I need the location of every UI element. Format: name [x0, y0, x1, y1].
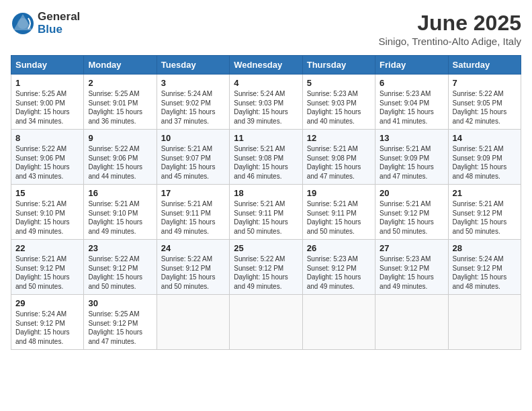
day-info: Sunrise: 5:21 AM Sunset: 9:12 PM Dayligh… [380, 199, 443, 236]
day-number: 19 [307, 188, 371, 198]
day-number: 17 [161, 188, 225, 198]
day-number: 9 [88, 133, 152, 143]
day-info: Sunrise: 5:21 AM Sunset: 9:09 PM Dayligh… [380, 144, 443, 181]
page-header: General Blue June 2025 Sinigo, Trentino-… [11, 11, 521, 47]
day-info: Sunrise: 5:21 AM Sunset: 9:07 PM Dayligh… [161, 144, 225, 181]
day-info: Sunrise: 5:24 AM Sunset: 9:12 PM Dayligh… [15, 310, 79, 346]
calendar-table: Sunday Monday Tuesday Wednesday Thursday… [11, 55, 521, 350]
day-number: 14 [453, 133, 517, 143]
day-info: Sunrise: 5:24 AM Sunset: 9:03 PM Dayligh… [234, 89, 298, 126]
table-row [302, 295, 375, 350]
day-number: 10 [161, 133, 225, 143]
day-info: Sunrise: 5:23 AM Sunset: 9:03 PM Dayligh… [307, 89, 371, 126]
day-number: 2 [88, 78, 152, 88]
day-number: 16 [88, 188, 152, 198]
day-number: 26 [307, 243, 371, 253]
table-row: 7Sunrise: 5:22 AM Sunset: 9:05 PM Daylig… [448, 75, 521, 130]
table-row: 26Sunrise: 5:23 AM Sunset: 9:12 PM Dayli… [302, 240, 375, 295]
day-info: Sunrise: 5:22 AM Sunset: 9:12 PM Dayligh… [161, 255, 225, 291]
table-row: 15Sunrise: 5:21 AM Sunset: 9:10 PM Dayli… [11, 185, 84, 240]
day-info: Sunrise: 5:22 AM Sunset: 9:12 PM Dayligh… [88, 255, 152, 291]
day-info: Sunrise: 5:22 AM Sunset: 9:06 PM Dayligh… [88, 144, 152, 181]
day-info: Sunrise: 5:21 AM Sunset: 9:08 PM Dayligh… [307, 144, 371, 181]
table-row [157, 295, 229, 350]
day-info: Sunrise: 5:21 AM Sunset: 9:11 PM Dayligh… [161, 199, 225, 236]
table-row: 23Sunrise: 5:22 AM Sunset: 9:12 PM Dayli… [84, 240, 157, 295]
day-number: 24 [161, 243, 225, 253]
table-row [230, 295, 302, 350]
table-row: 5Sunrise: 5:23 AM Sunset: 9:03 PM Daylig… [302, 75, 375, 130]
title-area: June 2025 Sinigo, Trentino-Alto Adige, I… [378, 11, 521, 47]
day-info: Sunrise: 5:21 AM Sunset: 9:08 PM Dayligh… [234, 144, 298, 181]
table-row: 8Sunrise: 5:22 AM Sunset: 9:06 PM Daylig… [11, 130, 84, 185]
day-number: 12 [307, 133, 371, 143]
table-row: 24Sunrise: 5:22 AM Sunset: 9:12 PM Dayli… [157, 240, 229, 295]
day-number: 4 [234, 78, 298, 88]
table-row: 28Sunrise: 5:24 AM Sunset: 9:12 PM Dayli… [448, 240, 521, 295]
table-row: 12Sunrise: 5:21 AM Sunset: 9:08 PM Dayli… [302, 130, 375, 185]
day-info: Sunrise: 5:22 AM Sunset: 9:06 PM Dayligh… [15, 144, 79, 181]
table-row: 3Sunrise: 5:24 AM Sunset: 9:02 PM Daylig… [157, 75, 229, 130]
table-row: 16Sunrise: 5:21 AM Sunset: 9:10 PM Dayli… [84, 185, 157, 240]
header-sunday: Sunday [11, 56, 84, 75]
table-row: 21Sunrise: 5:21 AM Sunset: 9:12 PM Dayli… [448, 185, 521, 240]
table-row: 30Sunrise: 5:25 AM Sunset: 9:12 PM Dayli… [84, 295, 157, 350]
day-number: 30 [88, 298, 152, 308]
calendar-week-row: 22Sunrise: 5:21 AM Sunset: 9:12 PM Dayli… [11, 240, 521, 295]
day-info: Sunrise: 5:21 AM Sunset: 9:09 PM Dayligh… [453, 144, 517, 181]
header-thursday: Thursday [302, 56, 375, 75]
table-row: 25Sunrise: 5:22 AM Sunset: 9:12 PM Dayli… [230, 240, 302, 295]
day-info: Sunrise: 5:23 AM Sunset: 9:04 PM Dayligh… [380, 89, 443, 126]
table-row: 9Sunrise: 5:22 AM Sunset: 9:06 PM Daylig… [84, 130, 157, 185]
header-tuesday: Tuesday [157, 56, 229, 75]
header-friday: Friday [375, 56, 448, 75]
day-number: 28 [453, 243, 517, 253]
day-number: 5 [307, 78, 371, 88]
day-number: 20 [380, 188, 443, 198]
table-row: 20Sunrise: 5:21 AM Sunset: 9:12 PM Dayli… [375, 185, 448, 240]
svg-point-2 [17, 18, 28, 29]
logo-general-text: General [38, 11, 80, 24]
calendar-subtitle: Sinigo, Trentino-Alto Adige, Italy [378, 36, 521, 47]
table-row [375, 295, 448, 350]
day-number: 1 [15, 78, 79, 88]
day-number: 25 [234, 243, 298, 253]
day-number: 15 [15, 188, 79, 198]
table-row: 29Sunrise: 5:24 AM Sunset: 9:12 PM Dayli… [11, 295, 84, 350]
day-number: 13 [380, 133, 443, 143]
day-number: 21 [453, 188, 517, 198]
day-info: Sunrise: 5:21 AM Sunset: 9:10 PM Dayligh… [88, 199, 152, 236]
calendar-week-row: 29Sunrise: 5:24 AM Sunset: 9:12 PM Dayli… [11, 295, 521, 350]
table-row [448, 295, 521, 350]
table-row: 4Sunrise: 5:24 AM Sunset: 9:03 PM Daylig… [230, 75, 302, 130]
table-row: 2Sunrise: 5:25 AM Sunset: 9:01 PM Daylig… [84, 75, 157, 130]
logo-blue-text: Blue [38, 24, 80, 36]
day-number: 18 [234, 188, 298, 198]
day-number: 11 [234, 133, 298, 143]
day-info: Sunrise: 5:21 AM Sunset: 9:12 PM Dayligh… [15, 255, 79, 291]
table-row: 1Sunrise: 5:25 AM Sunset: 9:00 PM Daylig… [11, 75, 84, 130]
calendar-week-row: 1Sunrise: 5:25 AM Sunset: 9:00 PM Daylig… [11, 75, 521, 130]
table-row: 14Sunrise: 5:21 AM Sunset: 9:09 PM Dayli… [448, 130, 521, 185]
day-number: 22 [15, 243, 79, 253]
day-number: 3 [161, 78, 225, 88]
day-number: 23 [88, 243, 152, 253]
table-row: 22Sunrise: 5:21 AM Sunset: 9:12 PM Dayli… [11, 240, 84, 295]
day-info: Sunrise: 5:24 AM Sunset: 9:12 PM Dayligh… [453, 255, 517, 291]
table-row: 10Sunrise: 5:21 AM Sunset: 9:07 PM Dayli… [157, 130, 229, 185]
calendar-week-row: 8Sunrise: 5:22 AM Sunset: 9:06 PM Daylig… [11, 130, 521, 185]
calendar-week-row: 15Sunrise: 5:21 AM Sunset: 9:10 PM Dayli… [11, 185, 521, 240]
day-info: Sunrise: 5:25 AM Sunset: 9:00 PM Dayligh… [15, 89, 79, 126]
day-number: 6 [380, 78, 443, 88]
header-monday: Monday [84, 56, 157, 75]
table-row: 17Sunrise: 5:21 AM Sunset: 9:11 PM Dayli… [157, 185, 229, 240]
day-info: Sunrise: 5:25 AM Sunset: 9:12 PM Dayligh… [88, 310, 152, 346]
day-info: Sunrise: 5:23 AM Sunset: 9:12 PM Dayligh… [380, 255, 443, 291]
day-info: Sunrise: 5:22 AM Sunset: 9:05 PM Dayligh… [453, 89, 517, 126]
header-saturday: Saturday [448, 56, 521, 75]
table-row: 11Sunrise: 5:21 AM Sunset: 9:08 PM Dayli… [230, 130, 302, 185]
table-row: 18Sunrise: 5:21 AM Sunset: 9:11 PM Dayli… [230, 185, 302, 240]
day-info: Sunrise: 5:21 AM Sunset: 9:12 PM Dayligh… [453, 199, 517, 236]
table-row: 27Sunrise: 5:23 AM Sunset: 9:12 PM Dayli… [375, 240, 448, 295]
day-info: Sunrise: 5:21 AM Sunset: 9:11 PM Dayligh… [307, 199, 371, 236]
